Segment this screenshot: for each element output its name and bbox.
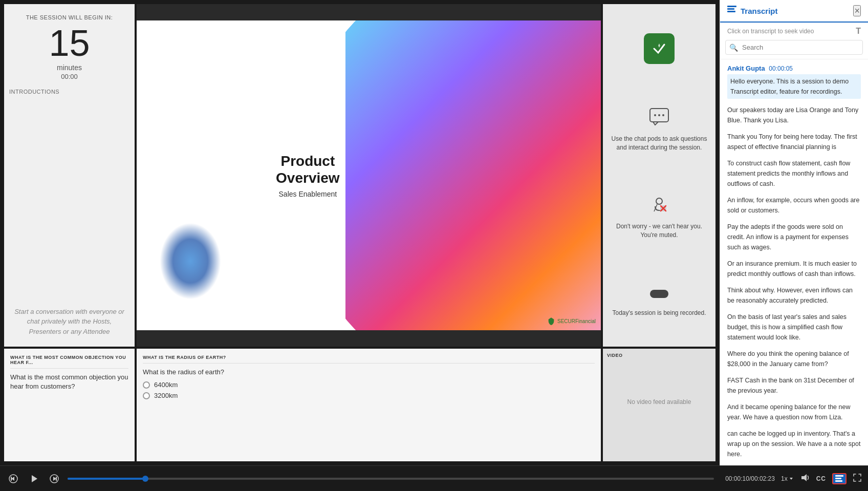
transcript-entry[interactable]: To construct cash flow statement, cash f… <box>727 158 861 189</box>
slide-content: ProductOverview Sales Enablement SECURFi… <box>137 20 601 330</box>
transcript-header: Transcript × <box>720 0 868 23</box>
speaker-time: 00:00:05 <box>769 65 793 72</box>
slide-area: ProductOverview Sales Enablement SECURFi… <box>137 4 601 347</box>
transcript-text: Our speakers today are Lisa Orange and T… <box>727 105 861 125</box>
svg-rect-12 <box>654 290 664 298</box>
transcript-text: Where do you think the opening balance o… <box>727 349 861 369</box>
chat-pods-info: Use the chat pods to ask questions and i… <box>611 108 708 152</box>
time-display: 00:00:10/00:02:23 <box>725 475 775 482</box>
poll2-question: What is the radius of earth? <box>143 368 595 377</box>
transcript-text: On the basis of last year's sales and sa… <box>727 312 861 343</box>
svg-rect-0 <box>650 39 668 58</box>
poll2-option2-label: 3200km <box>154 392 178 399</box>
svg-rect-14 <box>727 8 734 10</box>
no-video-text: No video feed available <box>607 398 711 421</box>
transcript-entry[interactable]: Or an insurance premium. It is much easi… <box>727 259 861 279</box>
video-label: VIDEO <box>607 353 623 358</box>
progress-track[interactable] <box>68 478 714 480</box>
transcript-entry[interactable]: On the basis of last year's sales and sa… <box>727 312 861 343</box>
play-button[interactable] <box>27 472 41 486</box>
cc-button[interactable]: CC <box>816 475 826 482</box>
transcript-text: can cache be logged up in inventory. Tha… <box>727 429 861 459</box>
svg-marker-19 <box>32 475 37 482</box>
recording-info: Today's session is being recorded. <box>612 283 706 317</box>
muted-info: Don't worry - we can't hear you. You're … <box>611 195 708 240</box>
volume-button[interactable] <box>800 473 810 484</box>
transcript-search: 🔍 <box>720 38 868 59</box>
fullscreen-button[interactable] <box>853 473 862 484</box>
transcript-text: Thank you Tony for being here today. The… <box>727 132 861 152</box>
transcript-title: Transcript <box>727 6 778 16</box>
introductions-label: INTRODUCTIONS <box>9 89 59 95</box>
search-icon: 🔍 <box>729 44 738 52</box>
svg-point-4 <box>662 114 664 116</box>
poll2-option-1[interactable]: 6400km <box>143 381 595 389</box>
transcript-entry[interactable]: Think about why. However, even inflows c… <box>727 285 861 306</box>
transcript-content[interactable]: Ankit Gupta 00:00:05Hello everyone. This… <box>720 59 868 465</box>
poll1-title: WHAT IS THE MOST COMMON OBJECTION YOU HE… <box>10 355 128 369</box>
color-splash-decoration <box>345 20 601 330</box>
transcript-text: Or an insurance premium. It is much easi… <box>727 259 861 279</box>
poll1-question: What is the most common objection you he… <box>10 373 128 391</box>
poll2-radio-1[interactable] <box>143 381 150 389</box>
product-title-line2: Overview <box>276 170 340 186</box>
progress-thumb[interactable] <box>142 476 148 482</box>
transcript-entry[interactable]: FAST Cash in the bank on 31st December o… <box>727 375 861 396</box>
transcript-text: Hello everyone. This is a session to dem… <box>727 74 861 99</box>
muted-text: Don't worry - we can't hear you. You're … <box>611 222 708 240</box>
transcript-entry[interactable]: An inflow, for example, occurs when good… <box>727 195 861 216</box>
svg-point-3 <box>658 114 660 116</box>
transcript-text: To construct cash flow statement, cash f… <box>727 158 861 189</box>
svg-rect-22 <box>56 477 57 481</box>
svg-rect-26 <box>835 478 841 479</box>
blue-smoke-decoration <box>160 223 221 300</box>
product-title-line1: Product <box>280 153 335 169</box>
poll2-title: WHAT IS THE RADIUS OF EARTH? <box>143 355 595 364</box>
countdown-number: 15 <box>49 25 90 61</box>
skip-forward-button[interactable] <box>47 473 61 485</box>
player-bar: 00:00:10/00:02:23 1x CC <box>0 465 868 491</box>
poll2-option-2[interactable]: 3200km <box>143 392 595 399</box>
video-panel: VIDEO No video feed available <box>603 349 715 461</box>
transcript-entry[interactable]: Pay the adepts if the goods were sold on… <box>727 222 861 252</box>
slide-footer <box>137 330 601 347</box>
transcript-text: Pay the adepts if the goods were sold on… <box>727 222 861 252</box>
transcript-text: And it became opening balance for the ne… <box>727 402 861 422</box>
transcript-entry[interactable]: Our speakers today are Lisa Orange and T… <box>727 105 861 125</box>
search-input[interactable] <box>725 40 863 55</box>
session-countdown: THE SESSION WILL BEGIN IN: 15 minutes 00… <box>4 4 135 347</box>
poll2-radio-2[interactable] <box>143 392 150 399</box>
product-overview-text: ProductOverview Sales Enablement <box>276 153 340 198</box>
transcript-close-button[interactable]: × <box>853 5 861 16</box>
transcript-text: Think about why. However, even inflows c… <box>727 285 861 306</box>
transcript-panel: Transcript × Click on transcript to seek… <box>720 0 868 465</box>
transcript-toggle-button[interactable] <box>832 473 847 484</box>
svg-marker-23 <box>790 478 793 480</box>
progress-fill <box>68 478 145 480</box>
recording-icon <box>649 283 669 305</box>
progress-bar-container[interactable] <box>68 478 714 480</box>
svg-rect-15 <box>727 11 735 12</box>
transcript-entry[interactable]: And it became opening balance for the ne… <box>727 402 861 422</box>
svg-rect-18 <box>11 477 12 481</box>
recording-text: Today's session is being recorded. <box>612 309 706 317</box>
skip-back-button[interactable] <box>6 473 20 485</box>
content-area: THE SESSION WILL BEGIN IN: 15 minutes 00… <box>0 0 720 465</box>
transcript-text: An inflow, for example, occurs when good… <box>727 195 861 216</box>
svg-rect-25 <box>835 475 843 477</box>
transcript-entry[interactable]: Ankit Gupta 00:00:05Hello everyone. This… <box>727 65 861 99</box>
svg-marker-24 <box>801 474 807 481</box>
poll-2: WHAT IS THE RADIUS OF EARTH? What is the… <box>137 349 601 461</box>
session-time: 00:00 <box>61 73 78 80</box>
app-icon-box <box>644 33 675 64</box>
transcript-icon <box>727 6 736 16</box>
transcript-seek-hint: Click on transcript to seek video T <box>720 23 868 38</box>
font-size-button[interactable]: T <box>856 27 861 36</box>
svg-rect-13 <box>727 6 736 7</box>
transcript-entry[interactable]: Thank you Tony for being here today. The… <box>727 132 861 152</box>
poll-1: WHAT IS THE MOST COMMON OBJECTION YOU HE… <box>4 349 135 461</box>
minutes-label: minutes <box>57 63 82 72</box>
speed-control[interactable]: 1x <box>781 475 794 482</box>
transcript-entry[interactable]: can cache be logged up in inventory. Tha… <box>727 429 861 459</box>
transcript-entry[interactable]: Where do you think the opening balance o… <box>727 349 861 369</box>
